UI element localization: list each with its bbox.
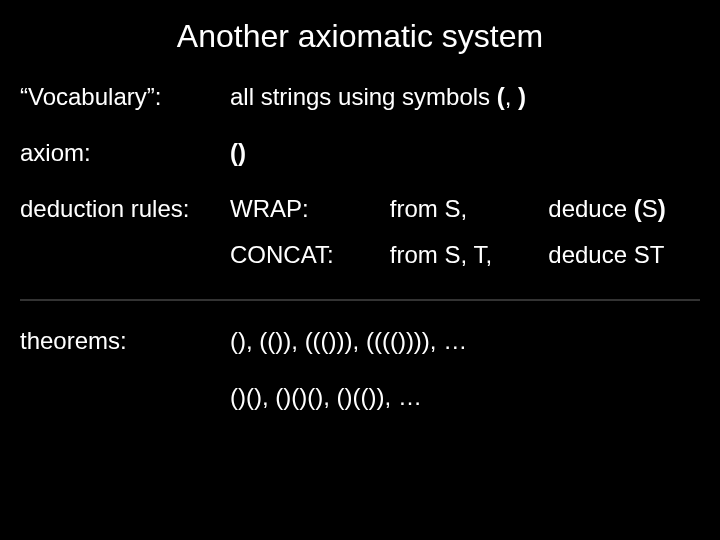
rules-table: WRAP: from S, deduce (S) CONCAT: from S,…: [230, 195, 700, 269]
slide: Another axiomatic system “Vocabulary”: a…: [0, 0, 720, 540]
paren-open-symbol: (: [497, 83, 505, 110]
rules-label: deduction rules:: [20, 195, 230, 223]
slide-title: Another axiomatic system: [0, 0, 720, 55]
theorems-line-1: (), (()), ((())), (((()))), …: [230, 327, 700, 355]
divider-line: [20, 299, 700, 301]
paren-close-symbol: ): [518, 83, 526, 110]
rule-wrap-open: (: [634, 195, 642, 222]
rules-value: WRAP: from S, deduce (S) CONCAT: from S,…: [230, 195, 700, 269]
rule-wrap-close: ): [658, 195, 666, 222]
rule-wrap-name: WRAP:: [230, 195, 368, 223]
theorems-lines: (), (()), ((())), (((()))), … ()(), ()()…: [230, 327, 700, 439]
theorems-row: theorems: (), (()), ((())), (((()))), … …: [0, 327, 720, 439]
axiom-value: (): [230, 139, 700, 167]
vocabulary-row: “Vocabulary”: all strings using symbols …: [0, 83, 720, 111]
vocab-text: all strings using symbols: [230, 83, 497, 110]
axiom-label: axiom:: [20, 139, 230, 167]
rule-wrap-deduce: deduce (S): [548, 195, 700, 223]
rule-wrap-mid: S: [642, 195, 658, 222]
rule-concat-from: from S, T,: [390, 241, 527, 269]
rule-wrap-deduce-pre: deduce: [548, 195, 633, 222]
rules-row: deduction rules: WRAP: from S, deduce (S…: [0, 195, 720, 269]
theorems-line-2: ()(), ()()(), ()(()), …: [230, 383, 700, 411]
vocabulary-label: “Vocabulary”:: [20, 83, 230, 111]
rule-concat-name: CONCAT:: [230, 241, 368, 269]
axiom-row: axiom: (): [0, 139, 720, 167]
rule-wrap-from: from S,: [390, 195, 527, 223]
theorems-label: theorems:: [20, 327, 230, 355]
vocab-comma: ,: [505, 83, 518, 110]
rule-concat-deduce: deduce ST: [548, 241, 700, 269]
vocabulary-value: all strings using symbols (, ): [230, 83, 700, 111]
